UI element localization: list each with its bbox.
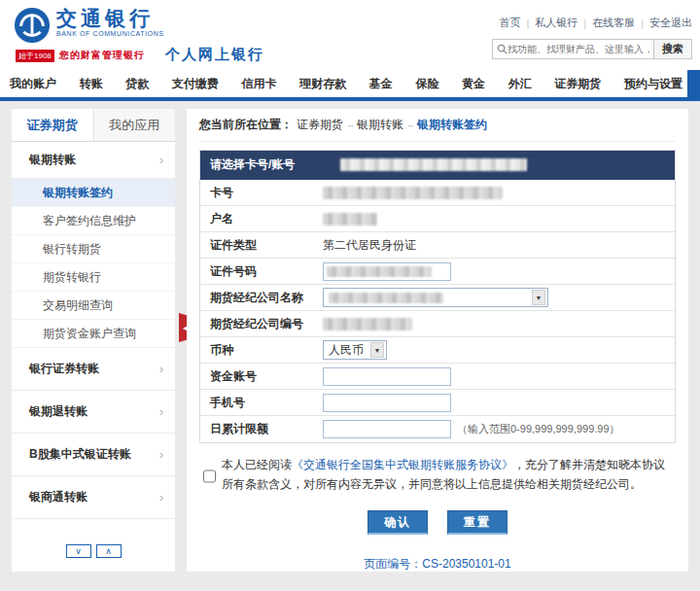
page-number: 页面编号：CS-20350101-01 [199, 556, 676, 573]
daily-limit-label: 日累计限额 [200, 421, 319, 437]
form-row-fund-account: 资金账号 [200, 364, 675, 390]
bank-tagline: 您的财富管理银行 [59, 49, 145, 62]
currency-value: 人民币 [329, 342, 364, 359]
nav-item-forex[interactable]: 外汇 [508, 76, 532, 92]
nav-item-gold[interactable]: 黄金 [462, 76, 485, 92]
link-private-banking[interactable]: 私人银行 [535, 16, 578, 30]
chevron-right-icon: › [159, 491, 163, 504]
form-row-id-type: 证件类型 第二代居民身份证 [200, 232, 675, 259]
form-row-broker-name: 期货经纪公司名称 ▼ [200, 285, 675, 311]
chevron-right-icon: › [159, 154, 163, 167]
card-no-label: 卡号 [200, 185, 319, 201]
nav-item-securities-futures[interactable]: 证券期货 [554, 76, 601, 92]
portal-title: 个人网上银行 [165, 46, 264, 64]
search-button[interactable]: 搜索 [654, 39, 692, 59]
sidebar-item-futures-to-bank[interactable]: 期货转银行 [12, 263, 175, 292]
sidebar-pager: ∨ ∧ [12, 544, 175, 558]
nav-item-insurance[interactable]: 保险 [415, 76, 438, 92]
nav-item-my-accounts[interactable]: 我的账户 [10, 76, 56, 92]
link-separator: | [526, 17, 529, 29]
breadcrumb-current: 银期转账签约 [417, 117, 487, 133]
bank-logo[interactable]: 交通银行 BANK OF COMMUNICATIONS [14, 7, 164, 44]
daily-limit-input[interactable] [323, 420, 451, 438]
sidebar-group-label: 银期退转账 [29, 403, 88, 420]
agreement-row: 本人已经阅读《交通银行全国集中式银期转账服务协议》，充分了解并清楚知晓本协议所有… [199, 455, 676, 495]
agreement-link[interactable]: 《交通银行全国集中式银期转账服务协议》 [292, 458, 513, 471]
sidebar-item-signing-info-maintenance[interactable]: 客户签约信息维护 [12, 207, 175, 235]
reset-button[interactable]: 重置 [447, 510, 508, 535]
slogan-row: 始于1908 您的财富管理银行 [16, 49, 145, 62]
sidebar-item-bank-to-futures[interactable]: 银行转期货 [12, 235, 175, 263]
main-content: 您当前所在位置： 证券期货 ·· 银期转账 ·· 银期转账签约 请选择卡号/账号… [187, 109, 688, 572]
redacted-broker-code [323, 318, 412, 330]
sidebar-group-bank-securities-transfer[interactable]: 银行证券转账 › [12, 348, 175, 391]
currency-select[interactable]: 人民币 ▼ [323, 340, 387, 360]
chevron-down-icon: ▼ [370, 342, 384, 358]
redacted-id-no [327, 266, 432, 277]
agreement-prefix: 本人已经阅读 [222, 458, 292, 471]
form-row-card-no: 卡号 [200, 180, 675, 206]
sidebar-group-b-share-transfer[interactable]: B股集中式银证转账 › [12, 434, 175, 476]
main-nav: 我的账户 转账 贷款 支付缴费 信用卡 理财存款 基金 保险 黄金 外汇 证券期… [0, 70, 700, 101]
nav-item-funds[interactable]: 基金 [369, 76, 393, 92]
chevron-right-icon: › [159, 363, 163, 376]
select-card-label: 请选择卡号/账号 [200, 156, 336, 173]
bank-name-en: BANK OF COMMUNICATIONS [56, 30, 164, 37]
id-no-input[interactable] [323, 262, 451, 281]
nav-item-credit-card[interactable]: 信用卡 [242, 76, 277, 92]
sidebar-item-transaction-detail-query[interactable]: 交易明细查询 [12, 292, 175, 320]
nav-item-transfer[interactable]: 转账 [80, 76, 103, 92]
link-online-service[interactable]: 在线客服 [592, 16, 635, 30]
link-separator: | [641, 17, 644, 29]
page-root: 交通银行 BANK OF COMMUNICATIONS 始于1908 您的财富管… [0, 0, 700, 591]
bank-logo-text: 交通银行 BANK OF COMMUNICATIONS [56, 7, 164, 44]
form-row-daily-limit: 日累计限额 （输入范围0-99,999,999,999.99） [200, 416, 675, 442]
mobile-label: 手机号 [200, 395, 319, 411]
link-separator: | [583, 17, 586, 29]
nav-item-wealth-deposits[interactable]: 理财存款 [299, 76, 346, 92]
confirm-button[interactable]: 确认 [368, 510, 428, 535]
daily-limit-note: （输入范围0-99,999,999,999.99） [457, 422, 620, 436]
id-type-value: 第二代居民身份证 [323, 237, 416, 254]
chevron-right-icon: › [159, 405, 163, 419]
form-actions: 确认 重置 [199, 510, 676, 535]
signing-form: 请选择卡号/账号 卡号 户名 证件类型 第二代居民身份证 [199, 150, 676, 443]
form-row-select-card: 请选择卡号/账号 [200, 151, 675, 180]
sidebar-tab-securities-futures[interactable]: 证券期货 [12, 109, 93, 141]
breadcrumb-separator: ·· [347, 119, 353, 132]
nav-edge-accent [687, 70, 700, 101]
collapse-down-button[interactable]: ∨ [66, 544, 91, 558]
agreement-checkbox[interactable] [203, 458, 216, 495]
expand-up-button[interactable]: ∧ [96, 544, 122, 558]
form-row-holder-name: 户名 [200, 206, 675, 232]
sidebar-group-label: B股集中式银证转账 [29, 446, 131, 463]
sidebar-group-bank-merchant-transfer[interactable]: 银商通转账 › [12, 476, 175, 519]
nav-item-appointments-settings[interactable]: 预约与设置 [624, 76, 682, 92]
sidebar-group-bank-futures-return-transfer[interactable]: 银期退转账 › [12, 391, 175, 434]
redacted-holder-name [323, 213, 377, 226]
redacted-broker-name [329, 293, 443, 303]
nav-item-payments[interactable]: 支付缴费 [172, 76, 219, 92]
sidebar-tab-my-apps[interactable]: 我的应用 [93, 109, 176, 141]
fund-account-label: 资金账号 [200, 368, 319, 385]
bank-name-cn: 交通银行 [56, 7, 164, 30]
bank-logo-icon [14, 7, 51, 44]
breadcrumb-separator: ·· [407, 119, 413, 132]
sidebar-item-futures-signing[interactable]: 银期转账签约 [12, 179, 175, 207]
sidebar-item-futures-fund-account-query[interactable]: 期货资金账户查询 [12, 320, 175, 348]
fund-account-input[interactable] [323, 367, 451, 386]
top-header: 交通银行 BANK OF COMMUNICATIONS 始于1908 您的财富管… [0, 0, 700, 70]
mobile-input[interactable] [323, 394, 451, 412]
sidebar-group-label: 银商通转账 [29, 489, 88, 505]
search-input[interactable] [508, 44, 649, 54]
breadcrumb-part: 证券期货 [297, 117, 343, 133]
breadcrumb: 您当前所在位置： 证券期货 ·· 银期转账 ·· 银期转账签约 [199, 109, 676, 142]
nav-item-loans[interactable]: 贷款 [125, 76, 149, 92]
chevron-down-icon: ▼ [532, 290, 545, 305]
broker-name-select[interactable]: ▼ [323, 288, 548, 307]
broker-code-label: 期货经纪公司编号 [200, 316, 319, 332]
redacted-card-select[interactable] [340, 158, 527, 171]
link-logout[interactable]: 安全退出 [649, 16, 692, 30]
link-home[interactable]: 首页 [499, 16, 520, 30]
sidebar-group-bank-futures-transfer[interactable]: 银期转账 › [12, 142, 175, 179]
